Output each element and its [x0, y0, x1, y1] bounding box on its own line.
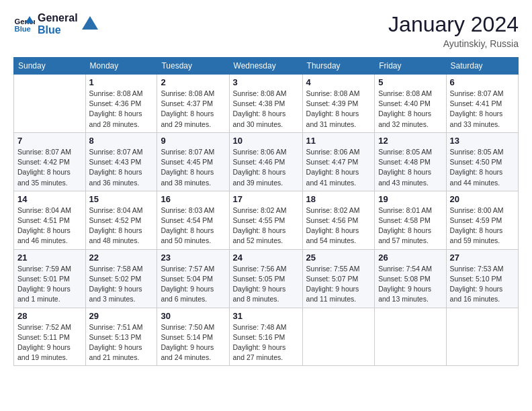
- table-row: 18Sunrise: 8:02 AMSunset: 4:56 PMDayligh…: [302, 191, 375, 249]
- table-row: 7Sunrise: 8:07 AMSunset: 4:42 PMDaylight…: [14, 132, 86, 191]
- svg-text:Blue: Blue: [15, 26, 31, 34]
- table-row: [14, 75, 86, 133]
- table-row: 1Sunrise: 8:08 AMSunset: 4:36 PMDaylight…: [85, 75, 157, 133]
- table-row: 14Sunrise: 8:04 AMSunset: 4:51 PMDayligh…: [14, 191, 86, 249]
- day-info: Sunrise: 7:58 AMSunset: 5:02 PMDaylight:…: [89, 264, 154, 305]
- table-row: 20Sunrise: 8:00 AMSunset: 4:59 PMDayligh…: [446, 191, 518, 249]
- table-row: 31Sunrise: 7:48 AMSunset: 5:16 PMDayligh…: [229, 308, 302, 366]
- table-row: 24Sunrise: 7:56 AMSunset: 5:05 PMDayligh…: [229, 249, 302, 308]
- day-info: Sunrise: 8:06 AMSunset: 4:47 PMDaylight:…: [306, 147, 371, 188]
- location-subtitle: Ayutinskiy, Russia: [388, 38, 519, 49]
- day-info: Sunrise: 7:59 AMSunset: 5:01 PMDaylight:…: [17, 264, 82, 305]
- day-info: Sunrise: 8:02 AMSunset: 4:56 PMDaylight:…: [306, 205, 371, 246]
- day-info: Sunrise: 7:51 AMSunset: 5:13 PMDaylight:…: [89, 322, 154, 363]
- day-number: 26: [378, 253, 442, 263]
- table-row: 17Sunrise: 8:02 AMSunset: 4:55 PMDayligh…: [229, 191, 302, 249]
- table-row: 10Sunrise: 8:06 AMSunset: 4:46 PMDayligh…: [229, 132, 302, 191]
- table-row: 16Sunrise: 8:03 AMSunset: 4:54 PMDayligh…: [157, 191, 229, 249]
- col-friday: Friday: [375, 58, 446, 75]
- day-info: Sunrise: 8:00 AMSunset: 4:59 PMDaylight:…: [450, 205, 515, 246]
- day-info: Sunrise: 8:08 AMSunset: 4:38 PMDaylight:…: [233, 89, 299, 130]
- col-thursday: Thursday: [302, 58, 375, 75]
- day-number: 15: [89, 194, 154, 204]
- table-row: 15Sunrise: 8:04 AMSunset: 4:52 PMDayligh…: [85, 191, 157, 249]
- table-row: 30Sunrise: 7:50 AMSunset: 5:14 PMDayligh…: [157, 308, 229, 366]
- day-number: 24: [233, 253, 299, 263]
- day-number: 25: [306, 253, 371, 263]
- day-info: Sunrise: 7:57 AMSunset: 5:04 PMDaylight:…: [161, 264, 225, 305]
- table-row: 29Sunrise: 7:51 AMSunset: 5:13 PMDayligh…: [85, 308, 157, 366]
- calendar-week-row: 14Sunrise: 8:04 AMSunset: 4:51 PMDayligh…: [14, 191, 519, 249]
- day-info: Sunrise: 8:04 AMSunset: 4:51 PMDaylight:…: [17, 205, 82, 246]
- logo-text-blue: Blue: [38, 24, 78, 36]
- day-number: 29: [89, 311, 154, 321]
- day-number: 7: [17, 136, 82, 146]
- day-number: 16: [161, 194, 225, 204]
- day-info: Sunrise: 7:54 AMSunset: 5:08 PMDaylight:…: [378, 264, 442, 305]
- day-info: Sunrise: 8:07 AMSunset: 4:45 PMDaylight:…: [161, 147, 225, 188]
- table-row: 26Sunrise: 7:54 AMSunset: 5:08 PMDayligh…: [375, 249, 446, 308]
- table-row: 28Sunrise: 7:52 AMSunset: 5:11 PMDayligh…: [14, 308, 86, 366]
- day-info: Sunrise: 8:08 AMSunset: 4:39 PMDaylight:…: [306, 89, 371, 130]
- logo-text-general: General: [38, 12, 78, 24]
- day-number: 12: [378, 136, 442, 146]
- page: General Blue General Blue January 2024 A…: [0, 0, 532, 411]
- table-row: 13Sunrise: 8:05 AMSunset: 4:50 PMDayligh…: [446, 132, 518, 191]
- table-row: 8Sunrise: 8:07 AMSunset: 4:43 PMDaylight…: [85, 132, 157, 191]
- day-info: Sunrise: 7:55 AMSunset: 5:07 PMDaylight:…: [306, 264, 371, 305]
- day-info: Sunrise: 8:07 AMSunset: 4:43 PMDaylight:…: [89, 147, 154, 188]
- table-row: 4Sunrise: 8:08 AMSunset: 4:39 PMDaylight…: [302, 75, 375, 133]
- day-info: Sunrise: 7:52 AMSunset: 5:11 PMDaylight:…: [17, 322, 82, 363]
- day-number: 30: [161, 311, 225, 321]
- day-info: Sunrise: 8:07 AMSunset: 4:42 PMDaylight:…: [17, 147, 82, 188]
- table-row: [302, 308, 375, 366]
- calendar-week-row: 1Sunrise: 8:08 AMSunset: 4:36 PMDaylight…: [14, 75, 519, 133]
- day-number: 23: [161, 253, 225, 263]
- day-number: 11: [306, 136, 371, 146]
- title-block: January 2024 Ayutinskiy, Russia: [388, 12, 519, 49]
- col-wednesday: Wednesday: [229, 58, 302, 75]
- day-info: Sunrise: 7:56 AMSunset: 5:05 PMDaylight:…: [233, 264, 299, 305]
- day-number: 6: [450, 77, 515, 87]
- day-info: Sunrise: 7:53 AMSunset: 5:10 PMDaylight:…: [450, 264, 515, 305]
- day-info: Sunrise: 7:50 AMSunset: 5:14 PMDaylight:…: [161, 322, 225, 363]
- table-row: 9Sunrise: 8:07 AMSunset: 4:45 PMDaylight…: [157, 132, 229, 191]
- day-number: 27: [450, 253, 515, 263]
- day-number: 22: [89, 253, 154, 263]
- day-number: 10: [233, 136, 299, 146]
- table-row: 2Sunrise: 8:08 AMSunset: 4:37 PMDaylight…: [157, 75, 229, 133]
- day-number: 3: [233, 77, 299, 87]
- calendar-table: Sunday Monday Tuesday Wednesday Thursday…: [13, 57, 519, 366]
- day-number: 19: [378, 194, 442, 204]
- day-info: Sunrise: 8:02 AMSunset: 4:55 PMDaylight:…: [233, 205, 299, 246]
- day-number: 17: [233, 194, 299, 204]
- day-info: Sunrise: 7:48 AMSunset: 5:16 PMDaylight:…: [233, 322, 299, 363]
- day-info: Sunrise: 8:01 AMSunset: 4:58 PMDaylight:…: [378, 205, 442, 246]
- day-number: 5: [378, 77, 442, 87]
- table-row: 3Sunrise: 8:08 AMSunset: 4:38 PMDaylight…: [229, 75, 302, 133]
- table-row: 21Sunrise: 7:59 AMSunset: 5:01 PMDayligh…: [14, 249, 86, 308]
- logo: General Blue General Blue: [13, 12, 99, 37]
- day-number: 31: [233, 311, 299, 321]
- calendar-header-row: Sunday Monday Tuesday Wednesday Thursday…: [14, 58, 519, 75]
- day-number: 4: [306, 77, 371, 87]
- table-row: 11Sunrise: 8:06 AMSunset: 4:47 PMDayligh…: [302, 132, 375, 191]
- calendar-week-row: 28Sunrise: 7:52 AMSunset: 5:11 PMDayligh…: [14, 308, 519, 366]
- col-saturday: Saturday: [446, 58, 518, 75]
- day-number: 2: [161, 77, 225, 87]
- day-number: 8: [89, 136, 154, 146]
- col-sunday: Sunday: [14, 58, 86, 75]
- col-tuesday: Tuesday: [157, 58, 229, 75]
- day-number: 14: [17, 194, 82, 204]
- col-monday: Monday: [85, 58, 157, 75]
- day-number: 21: [17, 253, 82, 263]
- table-row: 25Sunrise: 7:55 AMSunset: 5:07 PMDayligh…: [302, 249, 375, 308]
- day-number: 18: [306, 194, 371, 204]
- day-info: Sunrise: 8:08 AMSunset: 4:40 PMDaylight:…: [378, 89, 442, 130]
- day-number: 20: [450, 194, 515, 204]
- day-info: Sunrise: 8:05 AMSunset: 4:50 PMDaylight:…: [450, 147, 515, 188]
- table-row: [375, 308, 446, 366]
- day-info: Sunrise: 8:06 AMSunset: 4:46 PMDaylight:…: [233, 147, 299, 188]
- table-row: 27Sunrise: 7:53 AMSunset: 5:10 PMDayligh…: [446, 249, 518, 308]
- logo-triangle-icon: [81, 15, 99, 34]
